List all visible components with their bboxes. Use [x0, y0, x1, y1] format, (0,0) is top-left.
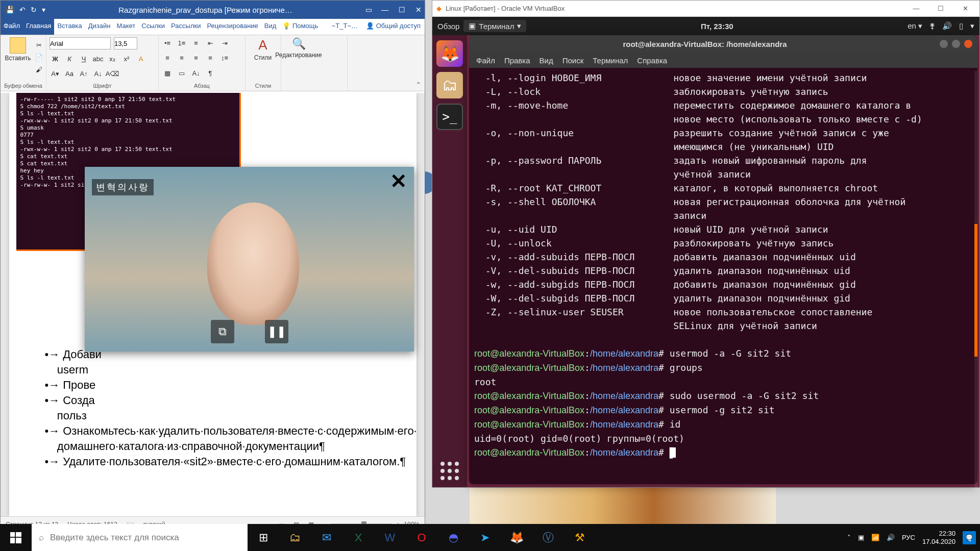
- close-icon[interactable]: ✕: [955, 5, 975, 12]
- word-icon[interactable]: W: [374, 524, 406, 551]
- subscript-button[interactable]: x₂: [107, 53, 118, 64]
- decrease-indent-button[interactable]: ⇤: [205, 37, 216, 48]
- picture-in-picture-button[interactable]: ⧉: [211, 320, 234, 343]
- cut-icon[interactable]: ✂: [33, 39, 44, 51]
- share-button[interactable]: 👤 Общий доступ: [362, 19, 425, 35]
- format-painter-icon[interactable]: 🖌: [33, 64, 44, 75]
- tab-mailings[interactable]: Рассылки: [168, 19, 204, 35]
- sort-button[interactable]: A↓: [190, 67, 202, 79]
- line-spacing-button[interactable]: ↕≡: [219, 53, 230, 64]
- dock-show-apps-icon[interactable]: [440, 462, 459, 480]
- battery-icon[interactable]: ▯: [959, 21, 963, 31]
- discord-icon[interactable]: ◓: [437, 524, 469, 551]
- grow-font-button[interactable]: A↑: [78, 68, 89, 79]
- minimize-icon[interactable]: —: [381, 6, 388, 14]
- terminal-titlebar[interactable]: root@alexandra-VirtualBox: /home/alexand…: [469, 35, 977, 53]
- volume-icon[interactable]: 🔊: [887, 534, 895, 541]
- close-icon[interactable]: ✕: [415, 6, 422, 14]
- tab-home[interactable]: Главная: [23, 19, 54, 35]
- devtool-icon[interactable]: ⚒: [564, 524, 596, 551]
- firefox-icon[interactable]: 🦊: [501, 524, 532, 551]
- multilevel-button[interactable]: ≡: [190, 37, 202, 48]
- activities-button[interactable]: Обзор: [437, 22, 459, 31]
- undo-icon[interactable]: ↶: [19, 6, 26, 14]
- input-language[interactable]: en ▾: [908, 21, 922, 31]
- bold-button[interactable]: Ж: [50, 53, 61, 64]
- tray-chevron-up-icon[interactable]: ˄: [847, 534, 851, 541]
- mail-icon[interactable]: ✉: [311, 524, 342, 551]
- close-icon[interactable]: [964, 40, 972, 48]
- menu-view[interactable]: Вид: [540, 56, 553, 65]
- terminal-output[interactable]: -l, --login НОВОЕ_ИМЯ новое значение име…: [469, 68, 977, 463]
- tray-language[interactable]: РУС: [902, 534, 915, 541]
- minimize-icon[interactable]: —: [906, 5, 926, 12]
- start-button[interactable]: [0, 524, 32, 551]
- tell-me[interactable]: 💡 Помощь: [279, 19, 321, 35]
- styles-button[interactable]: A Стили: [249, 37, 277, 61]
- tab-review[interactable]: Рецензирование: [204, 19, 261, 35]
- tray-app-icon[interactable]: ▣: [858, 534, 864, 541]
- action-center-icon[interactable]: 💬4: [963, 531, 976, 544]
- video-close-button[interactable]: ✕: [387, 170, 410, 192]
- virtualbox-titlebar[interactable]: ◆ Linux [Работает] - Oracle VM VirtualBo…: [432, 1, 979, 17]
- font-color-button[interactable]: Aa: [64, 68, 75, 79]
- dock-firefox-icon[interactable]: 🦊: [436, 40, 463, 67]
- paste-button[interactable]: Вставить: [4, 37, 32, 62]
- text-effects-button[interactable]: A▾: [50, 68, 61, 79]
- shrink-font-button[interactable]: A↓: [92, 68, 104, 79]
- save-icon[interactable]: 💾: [6, 6, 14, 14]
- menu-file[interactable]: Файл: [476, 56, 495, 65]
- account-name[interactable]: ~T_T~…: [328, 19, 362, 35]
- tab-layout[interactable]: Макет: [113, 19, 138, 35]
- font-size-select[interactable]: [114, 37, 137, 49]
- copy-icon[interactable]: 📄: [33, 52, 44, 63]
- redo-icon[interactable]: ↻: [31, 6, 37, 14]
- tray-clock[interactable]: 22:30 17.04.2020: [922, 530, 955, 546]
- excel-icon[interactable]: X: [342, 524, 374, 551]
- ribbon-display-icon[interactable]: ▭: [365, 6, 372, 14]
- highlight-button[interactable]: A: [135, 53, 146, 64]
- qat-dropdown-icon[interactable]: ▾: [42, 6, 45, 14]
- maximize-icon[interactable]: ☐: [399, 6, 405, 14]
- maximize-icon[interactable]: ☐: [930, 5, 951, 12]
- vk-icon[interactable]: Ⓥ: [532, 524, 564, 551]
- word-titlebar[interactable]: 💾 ↶ ↻ ▾ Razgranichenie_prav_dostupa [Реж…: [1, 1, 425, 19]
- collapse-ribbon-icon[interactable]: ⌃: [415, 81, 422, 89]
- opera-icon[interactable]: O: [406, 524, 437, 551]
- tab-file[interactable]: Файл: [1, 19, 23, 35]
- italic-button[interactable]: К: [64, 53, 75, 64]
- terminal-scrollbar[interactable]: [974, 71, 977, 489]
- menu-edit[interactable]: Правка: [504, 56, 530, 65]
- font-name-select[interactable]: [50, 37, 111, 49]
- align-right-button[interactable]: ≡: [190, 53, 202, 64]
- dock-files-icon[interactable]: 🗂: [436, 72, 463, 98]
- app-menu[interactable]: ▣ Терминал ▾: [463, 20, 526, 32]
- wifi-icon[interactable]: 📶: [871, 534, 879, 541]
- shading-button[interactable]: ▦: [162, 67, 173, 79]
- maximize-icon[interactable]: [952, 40, 960, 48]
- increase-indent-button[interactable]: ⇥: [219, 37, 230, 48]
- network-icon[interactable]: ⚵: [929, 21, 935, 31]
- tab-insert[interactable]: Вставка: [54, 19, 85, 35]
- tab-design[interactable]: Дизайн: [85, 19, 114, 35]
- borders-button[interactable]: ▭: [176, 67, 187, 79]
- bullets-button[interactable]: •≡: [162, 37, 173, 48]
- telegram-icon[interactable]: ➤: [469, 524, 501, 551]
- system-menu-icon[interactable]: ▾: [970, 21, 974, 31]
- underline-button[interactable]: Ч: [78, 53, 89, 64]
- numbering-button[interactable]: 1≡: [176, 37, 187, 48]
- taskbar-search[interactable]: ⌕ Введите здесь текст для поиска: [32, 524, 248, 551]
- tab-view[interactable]: Вид: [261, 19, 280, 35]
- strike-button[interactable]: abc: [92, 53, 104, 64]
- task-view-icon[interactable]: ⊞: [248, 524, 279, 551]
- menu-help[interactable]: Справка: [637, 56, 667, 65]
- align-center-button[interactable]: ≡: [176, 53, 187, 64]
- volume-icon[interactable]: 🔊: [942, 21, 952, 31]
- pause-button[interactable]: ❚❚: [265, 320, 288, 343]
- tab-references[interactable]: Ссылки: [138, 19, 168, 35]
- dock-terminal-icon[interactable]: >_: [436, 104, 463, 130]
- menu-search[interactable]: Поиск: [562, 56, 584, 65]
- clock-label[interactable]: Пт, 23:30: [526, 22, 908, 31]
- align-left-button[interactable]: ≡: [162, 53, 173, 64]
- explorer-icon[interactable]: 🗂: [279, 524, 311, 551]
